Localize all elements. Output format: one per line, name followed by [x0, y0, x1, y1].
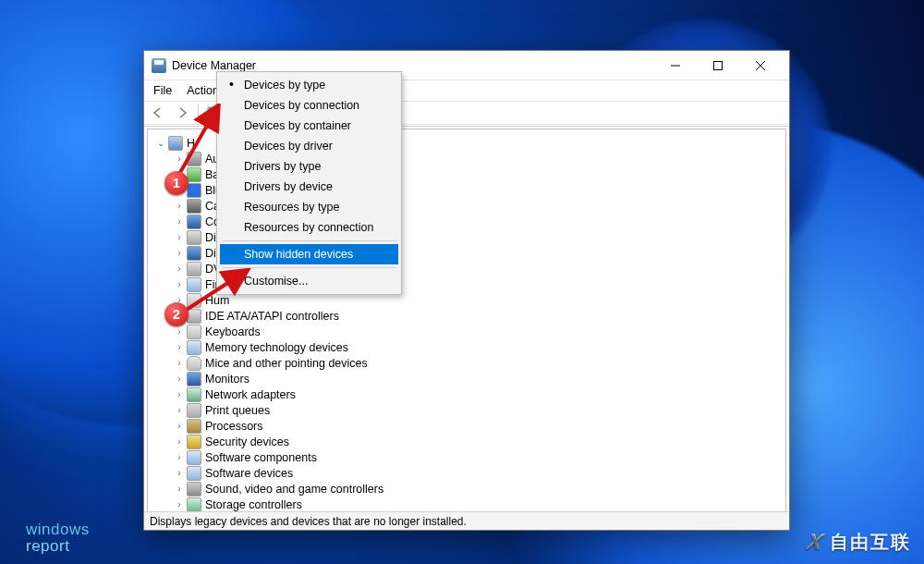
watermark-right: X 自由互联 — [808, 529, 911, 555]
tree-node[interactable]: ›Sound, video and game controllers — [174, 481, 780, 497]
tree-node[interactable]: ›Print queues — [174, 402, 780, 418]
tree-node[interactable]: ›Monitors — [174, 371, 780, 386]
expander-icon[interactable]: › — [174, 481, 185, 497]
menu-item-devices-by-type[interactable]: Devices by type — [220, 75, 398, 95]
di-cpu-icon — [187, 419, 201, 434]
annotation-number: 1 — [173, 176, 180, 190]
expander-icon[interactable]: › — [174, 261, 185, 276]
statusbar: Displays legacy devices and devices that… — [144, 511, 789, 530]
menu-item-label: Devices by connection — [244, 99, 359, 112]
expander-icon[interactable]: › — [174, 449, 185, 465]
menu-file[interactable]: File — [146, 80, 179, 101]
di-monitor-icon — [187, 215, 201, 229]
watermark-text: windows — [26, 521, 90, 538]
svg-rect-0 — [714, 61, 723, 69]
di-mouse-icon — [187, 356, 201, 371]
menu-item-label: Show hidden devices — [244, 248, 353, 261]
di-storage-icon — [187, 497, 201, 512]
menu-item-label: Drivers by device — [244, 180, 333, 193]
menu-item-resources-by-type[interactable]: Resources by type — [220, 197, 398, 217]
menu-item-show-hidden-devices[interactable]: Show hidden devices — [220, 244, 398, 264]
app-icon — [152, 58, 166, 73]
tree-node-label: Monitors — [205, 373, 249, 386]
tree-node-label: Software devices — [205, 467, 293, 480]
tree-node-label: Network adapters — [205, 388, 296, 401]
maximize-icon — [713, 61, 723, 70]
back-arrow-icon — [152, 107, 164, 118]
back-button[interactable] — [148, 104, 168, 122]
tree-node-label: Mice and other pointing devices — [205, 357, 368, 370]
di-soft-icon — [187, 340, 201, 355]
minimize-button[interactable] — [654, 51, 697, 80]
expander-icon[interactable]: ⌄ — [155, 135, 166, 151]
expander-icon[interactable]: › — [174, 386, 185, 402]
di-kbd-icon — [187, 325, 201, 339]
di-soft-icon — [187, 466, 201, 481]
tree-node[interactable]: ›Software components — [174, 449, 780, 465]
tree-node[interactable]: ›Software devices — [174, 465, 780, 481]
expander-icon[interactable]: › — [174, 355, 185, 371]
expander-icon[interactable]: › — [174, 214, 185, 229]
menu-item-label: Devices by type — [244, 79, 325, 92]
tree-node[interactable]: ›Storage controllers — [174, 497, 780, 511]
menu-item-devices-by-connection[interactable]: Devices by connection — [220, 95, 398, 116]
tree-node[interactable]: ›Network adapters — [174, 386, 780, 402]
expander-icon[interactable]: › — [174, 339, 185, 355]
di-disk-icon — [187, 262, 201, 276]
expander-icon[interactable]: › — [174, 418, 185, 434]
computer-icon — [168, 136, 183, 151]
expander-icon[interactable]: › — [174, 229, 185, 245]
expander-icon[interactable]: › — [174, 434, 185, 449]
expander-icon[interactable]: › — [174, 497, 185, 511]
di-sound-icon — [187, 482, 201, 497]
forward-button[interactable] — [172, 104, 192, 122]
maximize-button[interactable] — [697, 51, 739, 80]
expander-icon[interactable]: › — [174, 151, 185, 166]
tree-node[interactable]: ›Processors — [174, 418, 780, 434]
watermark-x-icon: X — [805, 529, 827, 555]
forward-arrow-icon — [176, 107, 188, 118]
close-button[interactable] — [739, 51, 782, 80]
expander-icon[interactable]: › — [174, 245, 185, 261]
tree-node[interactable]: ›Keyboards — [174, 324, 780, 339]
expander-icon[interactable]: › — [174, 276, 185, 292]
tree-node[interactable]: ›Memory technology devices — [174, 339, 780, 355]
menu-separator — [222, 240, 396, 241]
tree-node[interactable]: ›Mice and other pointing devices — [174, 355, 780, 371]
annotation-badge-1: 1 — [164, 171, 188, 195]
di-bluetooth-icon — [187, 183, 201, 198]
tree-node-label: IDE ATA/ATAPI controllers — [205, 310, 339, 323]
menu-item-label: Resources by connection — [244, 221, 373, 234]
tree-node-label: Hum — [205, 294, 229, 307]
annotation-number: 2 — [173, 307, 180, 322]
di-soft-icon — [187, 450, 201, 465]
tree-node-label: Processors — [205, 420, 263, 433]
expander-icon[interactable]: › — [174, 402, 185, 418]
menu-item-devices-by-driver[interactable]: Devices by driver — [220, 136, 398, 156]
annotation-badge-2: 2 — [164, 302, 188, 326]
tree-node[interactable]: ›IDE ATA/ATAPI controllers — [174, 308, 780, 324]
di-camera-icon — [187, 199, 201, 214]
view-dropdown-menu: Devices by typeDevices by connectionDevi… — [216, 71, 402, 295]
di-net-icon — [187, 387, 201, 402]
menu-item-label: Drivers by type — [244, 160, 321, 173]
statusbar-text: Displays legacy devices and devices that… — [150, 515, 467, 528]
expander-icon[interactable]: › — [174, 198, 185, 214]
tree-node[interactable]: ›Security devices — [174, 434, 780, 449]
expander-icon[interactable]: › — [174, 371, 185, 386]
menu-item-resources-by-connection[interactable]: Resources by connection — [220, 217, 398, 238]
di-disk-icon — [187, 309, 201, 324]
menu-item-customise[interactable]: Customise... — [220, 271, 398, 291]
watermark-text: 自由互联 — [830, 530, 911, 555]
menu-separator — [222, 267, 396, 268]
menu-item-drivers-by-type[interactable]: Drivers by type — [220, 156, 398, 177]
window-title: Device Manager — [172, 59, 256, 72]
di-sec-icon — [187, 435, 201, 449]
tree-node-label: Keyboards — [205, 325, 261, 338]
menu-item-drivers-by-device[interactable]: Drivers by device — [220, 177, 398, 197]
tree-node-label: Security devices — [205, 435, 289, 448]
expander-icon[interactable]: › — [174, 465, 185, 481]
tree-node-label: Storage controllers — [205, 498, 302, 511]
menu-item-devices-by-container[interactable]: Devices by container — [220, 116, 398, 136]
close-icon — [756, 61, 765, 70]
